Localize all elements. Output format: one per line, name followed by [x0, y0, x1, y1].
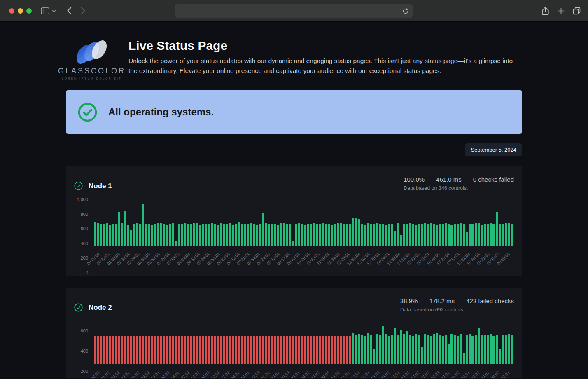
close-window-button[interactable]	[9, 8, 14, 14]
bar	[394, 328, 396, 364]
bar	[271, 336, 273, 364]
x-axis: 00:00:0400:32:0201:05:0101:38:0102:04:02…	[94, 249, 514, 273]
bar	[394, 231, 396, 246]
uptime-percent: 38.9%	[400, 297, 418, 304]
bar	[166, 225, 168, 246]
bar	[193, 223, 195, 246]
bar	[412, 336, 414, 364]
bar	[385, 334, 387, 365]
bar	[379, 224, 381, 246]
bar	[328, 224, 330, 246]
reload-button[interactable]	[402, 8, 409, 14]
bar	[103, 336, 105, 364]
bar	[127, 336, 129, 364]
bar	[406, 224, 408, 246]
address-bar[interactable]	[175, 4, 413, 18]
bar	[409, 223, 411, 246]
y-tick-label: 600	[81, 226, 88, 231]
bar	[481, 335, 483, 364]
tab-overview-button[interactable]	[573, 7, 581, 15]
bar	[385, 225, 387, 246]
chevron-right-icon	[81, 7, 86, 14]
bar	[199, 225, 201, 246]
bar	[295, 224, 297, 246]
bar	[409, 335, 411, 364]
bars	[94, 321, 514, 364]
uptime-percent: 100.0%	[404, 176, 425, 183]
bar	[466, 335, 468, 365]
bar	[337, 336, 339, 364]
minimize-window-button[interactable]	[18, 8, 23, 14]
bar	[433, 224, 435, 246]
bar	[286, 224, 288, 246]
share-button[interactable]	[541, 7, 549, 15]
y-tick-label: 800	[81, 212, 88, 217]
bar	[142, 336, 144, 364]
y-tick-label: 600	[81, 328, 88, 333]
bar	[511, 335, 513, 364]
bar	[157, 336, 159, 364]
bar	[169, 336, 171, 364]
bar	[223, 224, 225, 246]
bar	[250, 223, 252, 246]
zoom-window-button[interactable]	[26, 8, 32, 14]
bar	[448, 344, 450, 364]
bar	[151, 225, 153, 246]
bar	[361, 335, 363, 365]
x-tick: 20:25:01	[504, 249, 514, 273]
bar	[430, 223, 432, 246]
bar	[262, 336, 264, 364]
sidebar-menu-button[interactable]	[52, 9, 56, 12]
bar	[124, 211, 126, 246]
bar	[103, 224, 105, 246]
bar	[145, 336, 147, 364]
bar	[343, 336, 345, 364]
bar	[265, 223, 267, 246]
bar	[436, 225, 438, 246]
bar	[220, 223, 222, 246]
monitor-name: Node 1	[89, 182, 112, 190]
plus-icon	[558, 7, 565, 14]
bar	[109, 225, 111, 246]
bar	[112, 224, 114, 246]
address-input[interactable]	[175, 8, 402, 14]
bar	[454, 335, 456, 364]
bar	[130, 336, 132, 364]
bar	[448, 224, 450, 246]
bar	[217, 225, 219, 246]
bar	[148, 336, 150, 364]
monitor-name: Node 2	[89, 304, 112, 312]
bar	[196, 336, 198, 364]
bar	[175, 336, 177, 364]
bar	[154, 336, 156, 364]
bar	[352, 333, 354, 364]
bar	[487, 335, 489, 365]
bar	[118, 336, 120, 364]
sidebar-toggle-button[interactable]	[41, 7, 49, 14]
bar	[295, 336, 297, 364]
bar	[492, 224, 495, 246]
bar	[388, 336, 390, 364]
back-button[interactable]	[67, 7, 72, 14]
bar	[202, 224, 204, 246]
bar	[97, 223, 99, 246]
bar	[304, 336, 306, 364]
bar	[172, 223, 174, 246]
chevron-left-icon	[67, 7, 72, 14]
bar	[163, 224, 165, 246]
bar	[124, 336, 126, 364]
bar	[241, 224, 243, 246]
bar	[499, 349, 501, 365]
bar	[151, 336, 153, 364]
bar	[481, 225, 483, 246]
bar	[229, 223, 231, 246]
bar	[178, 336, 180, 364]
bar	[115, 336, 117, 364]
forward-button[interactable]	[81, 7, 86, 14]
new-tab-button[interactable]	[558, 7, 565, 14]
bar	[471, 224, 474, 246]
bar	[382, 326, 384, 364]
bar	[400, 235, 402, 246]
bar	[268, 336, 270, 364]
bar	[94, 336, 96, 364]
